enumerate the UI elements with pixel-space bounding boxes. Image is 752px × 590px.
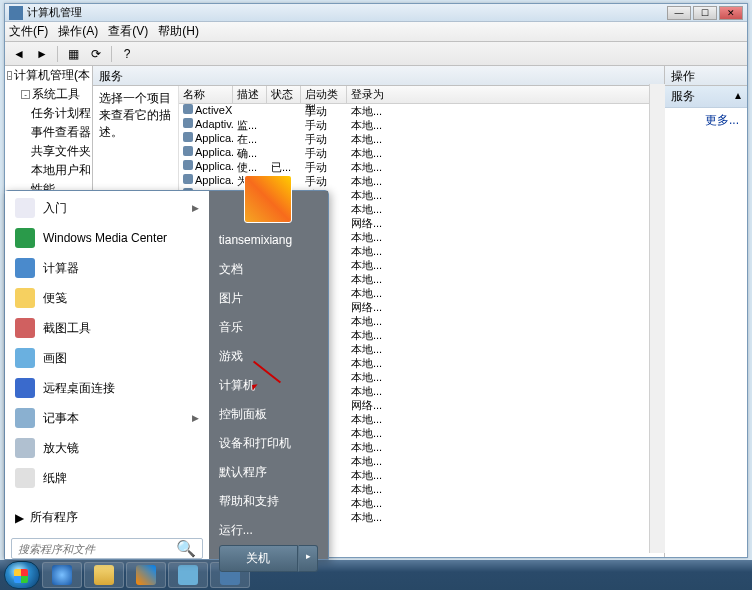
toolbar: ◄ ► ▦ ⟳ ? bbox=[5, 42, 747, 66]
close-button[interactable]: ✕ bbox=[719, 6, 743, 20]
col-startup[interactable]: 启动类型 bbox=[301, 86, 347, 103]
maximize-button[interactable]: ☐ bbox=[693, 6, 717, 20]
start-app-item[interactable]: 放大镜 bbox=[7, 433, 207, 463]
shutdown-button[interactable]: 关机 bbox=[219, 545, 298, 572]
menu-action[interactable]: 操作(A) bbox=[58, 23, 98, 40]
app-icon bbox=[15, 468, 35, 488]
service-row[interactable]: Applica...在...手动本地... bbox=[179, 132, 664, 146]
actions-header: 操作 bbox=[665, 66, 747, 86]
expander-icon[interactable]: - bbox=[7, 71, 12, 80]
app-icon bbox=[15, 348, 35, 368]
app-icon bbox=[15, 438, 35, 458]
menu-help[interactable]: 帮助(H) bbox=[158, 23, 199, 40]
app-icon bbox=[15, 378, 35, 398]
col-desc[interactable]: 描述 bbox=[233, 86, 267, 103]
app-icon bbox=[9, 6, 23, 20]
menubar: 文件(F) 操作(A) 查看(V) 帮助(H) bbox=[5, 22, 747, 42]
shutdown-options-button[interactable]: ▸ bbox=[298, 545, 318, 572]
taskbar-app1[interactable] bbox=[168, 562, 208, 588]
start-right-link[interactable]: 设备和打印机 bbox=[209, 429, 328, 458]
tree-systools: -系统工具 bbox=[5, 85, 92, 104]
service-row[interactable]: ActiveX...手动本地... bbox=[179, 104, 664, 118]
search-input[interactable] bbox=[18, 543, 176, 555]
taskbar-explorer[interactable] bbox=[84, 562, 124, 588]
tree-scheduler: 任务计划程 bbox=[5, 104, 92, 123]
start-app-item[interactable]: Windows Media Center bbox=[7, 223, 207, 253]
back-button[interactable]: ◄ bbox=[9, 44, 29, 64]
menu-file[interactable]: 文件(F) bbox=[9, 23, 48, 40]
refresh-button[interactable]: ⟳ bbox=[86, 44, 106, 64]
arrow-icon: ▶ bbox=[15, 511, 24, 525]
app-icon bbox=[15, 408, 35, 428]
actions-sub: 服务 ▴ bbox=[665, 86, 747, 108]
service-row[interactable]: Adaptiv...监...手动本地... bbox=[179, 118, 664, 132]
app-icon bbox=[15, 228, 35, 248]
vertical-scrollbar[interactable] bbox=[649, 84, 665, 553]
start-app-item[interactable]: 便笺 bbox=[7, 283, 207, 313]
tree-users: 本地用户和 bbox=[5, 161, 92, 180]
minimize-button[interactable]: — bbox=[667, 6, 691, 20]
app-icon bbox=[15, 318, 35, 338]
start-right-link[interactable]: 帮助和支持 bbox=[209, 487, 328, 516]
start-button[interactable] bbox=[4, 561, 40, 589]
submenu-arrow-icon: ▶ bbox=[192, 413, 199, 423]
start-app-item[interactable]: 截图工具 bbox=[7, 313, 207, 343]
start-menu: 入门▶Windows Media Center计算器便笺截图工具画图远程桌面连接… bbox=[4, 190, 329, 560]
col-logon[interactable]: 登录为 bbox=[347, 86, 664, 103]
search-icon: 🔍 bbox=[176, 539, 196, 558]
menu-view[interactable]: 查看(V) bbox=[108, 23, 148, 40]
service-row[interactable]: Applica...确...手动本地... bbox=[179, 146, 664, 160]
start-app-item[interactable]: 计算器 bbox=[7, 253, 207, 283]
start-right-link[interactable]: 默认程序 bbox=[209, 458, 328, 487]
start-app-item[interactable]: 画图 bbox=[7, 343, 207, 373]
app-icon bbox=[15, 288, 35, 308]
taskbar-wmp[interactable] bbox=[126, 562, 166, 588]
start-right-link[interactable]: 控制面板 bbox=[209, 400, 328, 429]
titlebar[interactable]: 计算机管理 — ☐ ✕ bbox=[5, 4, 747, 22]
col-status[interactable]: 状态 bbox=[267, 86, 301, 103]
start-right-link[interactable]: 运行... bbox=[209, 516, 328, 545]
tree-shared: 共享文件夹 bbox=[5, 142, 92, 161]
submenu-arrow-icon: ▶ bbox=[192, 203, 199, 213]
window-title: 计算机管理 bbox=[27, 5, 82, 20]
service-row[interactable]: Applica...使...已...手动本地... bbox=[179, 160, 664, 174]
more-actions-link[interactable]: 更多... bbox=[665, 108, 747, 133]
start-app-item[interactable]: 远程桌面连接 bbox=[7, 373, 207, 403]
app-icon bbox=[15, 258, 35, 278]
list-header[interactable]: 名称 描述 状态 启动类型 登录为 bbox=[179, 86, 664, 104]
help-button[interactable]: ? bbox=[117, 44, 137, 64]
taskbar[interactable] bbox=[0, 560, 752, 590]
expander-icon[interactable]: - bbox=[21, 90, 30, 99]
content-header: 服务 bbox=[93, 66, 664, 86]
start-right-link[interactable]: 游戏 bbox=[209, 342, 328, 371]
user-name[interactable]: tiansemixiang bbox=[209, 229, 328, 255]
tree-eventviewer: 事件查看器 bbox=[5, 123, 92, 142]
start-right-link[interactable]: 文档 bbox=[209, 255, 328, 284]
actions-panel: 操作 服务 ▴ 更多... bbox=[665, 66, 747, 557]
start-app-item[interactable]: 纸牌 bbox=[7, 463, 207, 493]
col-name[interactable]: 名称 bbox=[179, 86, 233, 103]
start-right-link[interactable]: 音乐 bbox=[209, 313, 328, 342]
taskbar-ie[interactable] bbox=[42, 562, 82, 588]
app-icon bbox=[15, 198, 35, 218]
search-box[interactable]: 🔍 bbox=[11, 538, 203, 559]
all-programs-button[interactable]: ▶ 所有程序 bbox=[5, 503, 209, 532]
start-app-item[interactable]: 入门▶ bbox=[7, 193, 207, 223]
start-right-link[interactable]: 计算机 bbox=[209, 371, 328, 400]
collapse-icon[interactable]: ▴ bbox=[735, 88, 741, 105]
forward-button[interactable]: ► bbox=[32, 44, 52, 64]
user-avatar[interactable] bbox=[244, 175, 292, 223]
tree-root: -计算机管理(本 bbox=[5, 66, 92, 85]
start-right-link[interactable]: 图片 bbox=[209, 284, 328, 313]
show-hide-button[interactable]: ▦ bbox=[63, 44, 83, 64]
start-app-item[interactable]: 记事本▶ bbox=[7, 403, 207, 433]
